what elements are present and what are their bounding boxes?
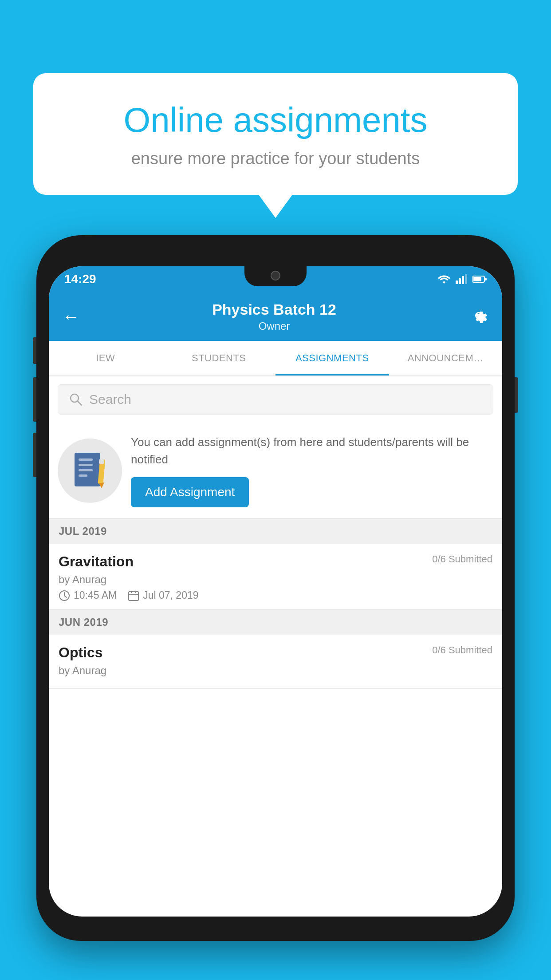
assignment-top-row: Gravitation 0/6 Submitted [59,553,492,570]
gear-icon [468,305,489,326]
add-assignment-button[interactable]: Add Assignment [131,477,249,507]
section-header-jul: JUL 2019 [49,519,502,544]
search-placeholder: Search [89,392,131,407]
svg-rect-11 [79,464,93,466]
battery-icon [472,275,487,283]
phone-body: 14:29 [36,235,515,941]
status-time: 14:29 [64,272,96,286]
search-icon [69,393,83,406]
assignment-item-optics[interactable]: Optics 0/6 Submitted by Anurag [49,635,502,689]
submitted-badge-optics: 0/6 Submitted [432,644,492,656]
assignment-top-row-optics: Optics 0/6 Submitted [59,644,492,661]
speech-bubble-subtitle: ensure more practice for your students [64,149,487,168]
front-camera [271,271,280,281]
status-icons [438,274,487,284]
meta-date: Jul 07, 2019 [128,589,198,601]
svg-rect-12 [79,469,93,471]
svg-rect-13 [79,474,87,477]
app-bar-title: Physics Batch 12 [212,301,336,318]
assignment-name-optics: Optics [59,644,103,661]
assignment-meta: 10:45 AM Jul 07, 2019 [59,589,492,601]
app-bar-subtitle: Owner [212,320,336,332]
promo-icon-circle [58,439,122,503]
assignment-time: 10:45 AM [74,589,117,601]
tab-assignments[interactable]: ASSIGNMENTS [276,341,389,375]
search-bar-wrapper: Search [49,376,502,423]
speech-bubble-wrapper: Online assignments ensure more practice … [33,73,518,195]
signal-icon [456,274,467,284]
assignment-author: by Anurag [59,573,492,586]
mute-button [33,337,36,364]
volume-up-button [33,377,36,422]
wifi-icon [438,274,450,284]
svg-rect-6 [485,278,487,281]
speech-bubble-title: Online assignments [64,100,487,140]
assignment-item-gravitation[interactable]: Gravitation 0/6 Submitted by Anurag 10:4… [49,544,502,610]
promo-section: You can add assignment(s) from here and … [49,423,502,519]
tab-announcements[interactable]: ANNOUNCEM… [389,341,503,375]
section-header-jun: JUN 2019 [49,610,502,635]
tab-students[interactable]: STUDENTS [162,341,276,375]
phone-wrapper: 14:29 [36,235,515,980]
svg-line-19 [64,596,67,597]
clock-icon [59,590,70,601]
meta-time: 10:45 AM [59,589,117,601]
tab-iew[interactable]: IEW [49,341,162,375]
svg-rect-2 [462,276,464,284]
svg-rect-3 [465,274,467,284]
svg-rect-10 [79,458,93,461]
svg-rect-0 [456,281,458,284]
promo-text-section: You can add assignment(s) from here and … [131,434,493,507]
calendar-icon [128,590,139,601]
svg-rect-1 [459,278,461,284]
back-button[interactable]: ← [62,307,80,327]
promo-description: You can add assignment(s) from here and … [131,434,493,468]
phone-screen: 14:29 [49,266,502,917]
tabs-bar: IEW STUDENTS ASSIGNMENTS ANNOUNCEM… [49,341,502,376]
power-button [515,377,518,413]
app-bar-title-group: Physics Batch 12 Owner [212,301,336,332]
submitted-badge: 0/6 Submitted [432,553,492,565]
svg-rect-16 [98,459,104,464]
app-bar: ← Physics Batch 12 Owner [49,292,502,341]
phone-notch [244,266,307,286]
assignment-name: Gravitation [59,553,134,570]
assignment-author-optics: by Anurag [59,664,492,677]
svg-line-8 [78,401,82,405]
svg-rect-5 [473,277,481,281]
notebook-pencil-icon [72,450,108,490]
assignment-date: Jul 07, 2019 [143,589,198,601]
search-bar[interactable]: Search [58,384,493,415]
volume-down-button [33,433,36,477]
svg-rect-20 [129,592,138,601]
speech-bubble: Online assignments ensure more practice … [33,73,518,195]
settings-button[interactable] [468,305,489,328]
